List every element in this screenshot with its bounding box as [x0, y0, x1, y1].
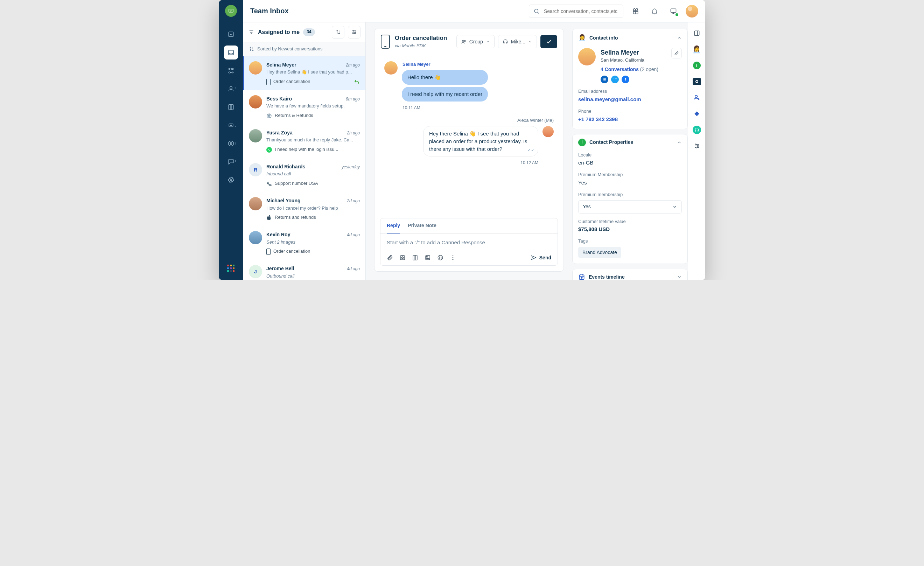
conversation-preview: Hey there Selina 👋 I see that you had p.… — [266, 69, 360, 76]
svg-point-16 — [354, 32, 356, 33]
assignee-dropdown[interactable]: Mike... — [498, 35, 537, 48]
conversation-preview: Thankyou so much for the reply Jake. Ca.… — [266, 137, 360, 144]
linkedin-icon[interactable]: in — [601, 76, 608, 83]
phone-channel-icon — [266, 181, 272, 186]
conversation-topic: Support number USA — [275, 180, 318, 187]
mobile-device-icon — [381, 35, 390, 49]
conversation-item[interactable]: R Ronald Richards yesterday Inbound call… — [243, 158, 365, 192]
canned-icon[interactable] — [399, 254, 406, 261]
nav-chat[interactable]: ⋮ — [224, 155, 238, 169]
contact-properties-card: i Contact Properties Locale en-GB Premiu… — [572, 134, 688, 264]
article-icon[interactable] — [412, 254, 418, 261]
twitter-icon[interactable] — [611, 76, 619, 83]
resolve-button[interactable] — [540, 35, 557, 48]
nav-billing[interactable]: ⋮ — [224, 137, 238, 150]
util-diamond-icon[interactable] — [692, 108, 702, 119]
util-contact-icon[interactable]: 👩‍💼 — [692, 44, 702, 55]
svg-point-25 — [439, 257, 440, 258]
events-timeline-header[interactable]: Events timeline — [573, 269, 687, 280]
user-avatar[interactable] — [686, 5, 698, 18]
nav-flows[interactable] — [224, 64, 238, 78]
conversation-time: 4d ago — [347, 232, 360, 238]
search-input[interactable] — [543, 8, 619, 14]
conversation-item[interactable]: Selina Meyer 2m ago Hey there Selina 👋 I… — [243, 56, 365, 90]
svg-point-33 — [695, 95, 698, 98]
svg-rect-32 — [694, 31, 699, 35]
brand-logo[interactable] — [225, 5, 237, 17]
svg-rect-22 — [426, 255, 430, 260]
svg-point-27 — [453, 255, 454, 256]
contact-name: Selina Meyer — [266, 61, 297, 68]
search-input-wrap[interactable] — [529, 5, 623, 18]
conversation-info: Support number USA — [266, 180, 360, 187]
calendar-icon — [578, 273, 585, 280]
edit-contact-button[interactable] — [671, 48, 682, 59]
primary-nav: ⋮ ⋮ ⋮ ⋮ — [219, 0, 243, 280]
conversation-topic: Order cancellation — [273, 78, 310, 85]
conversation-time: 2h ago — [347, 130, 360, 136]
more-icon[interactable] — [450, 254, 456, 261]
svg-point-23 — [426, 256, 428, 257]
tab-private-note[interactable]: Private Note — [408, 222, 436, 233]
emoji-icon[interactable] — [437, 254, 444, 261]
desktop-status-icon[interactable] — [667, 5, 680, 18]
sort-indicator[interactable]: Sorted by Newest conversations — [243, 42, 365, 56]
contact-panel: 👩‍💼 Contact info Selina Meyer San Mateo,… — [572, 23, 688, 280]
util-add-contact-icon[interactable] — [692, 92, 702, 103]
message-thread: Selina Meyer Hello there 👋 I need help w… — [375, 54, 564, 218]
conversation-item[interactable]: J Jerome Bell 4d ago Outbound call — [243, 260, 365, 280]
sort-button[interactable] — [332, 26, 344, 39]
conversations-link[interactable]: 4 Conversations (2 open) — [601, 66, 658, 73]
nav-inbox[interactable] — [224, 45, 238, 60]
chevron-down-icon — [486, 39, 490, 44]
contact-info-card: 👩‍💼 Contact info Selina Meyer San Mateo,… — [572, 29, 688, 129]
contact-email[interactable]: selina.meyer@gmail.com — [578, 96, 682, 103]
image-icon[interactable] — [424, 254, 431, 261]
conversation-view: Order cancellation via Mobile SDK Group — [366, 23, 572, 280]
nav-knowledge[interactable] — [224, 100, 238, 114]
util-info-icon[interactable]: i — [692, 60, 702, 71]
composer-input[interactable]: Start with a "/" to add a Canned Respons… — [381, 234, 558, 251]
conversation-item[interactable]: Kevin Roy 4d ago Sent 2 images Order can… — [243, 226, 365, 260]
clv-value: $75,808 USD — [578, 225, 682, 233]
contact-info-header[interactable]: 👩‍💼 Contact info — [573, 29, 687, 47]
util-sliders-icon[interactable] — [692, 141, 702, 151]
filter-settings-button[interactable] — [348, 26, 360, 39]
contact-emoji-icon: 👩‍💼 — [578, 33, 586, 42]
contact-properties-header[interactable]: i Contact Properties — [573, 134, 687, 150]
nav-dashboard[interactable] — [224, 27, 238, 41]
contact-avatar — [249, 231, 262, 244]
contact-phone[interactable]: +1 782 342 2398 — [578, 116, 682, 123]
conversation-time: 2m ago — [346, 62, 360, 68]
conversation-title: Order cancellation — [395, 34, 447, 43]
nav-apps[interactable] — [227, 265, 235, 272]
group-dropdown[interactable]: Group — [456, 35, 495, 48]
conversation-item[interactable]: Bess Kairo 8m ago We have a few mandator… — [243, 90, 365, 124]
page-title: Team Inbox — [250, 6, 289, 16]
svg-rect-4 — [232, 68, 234, 69]
conversation-info: Returns and refunds — [266, 214, 360, 221]
send-button[interactable]: Send — [531, 254, 551, 261]
tab-reply[interactable]: Reply — [387, 222, 400, 233]
app-frame: ⋮ ⋮ ⋮ ⋮ Team Inbox — [219, 0, 705, 280]
attach-icon[interactable] — [387, 254, 393, 261]
gift-icon[interactable] — [629, 5, 642, 18]
chevron-down-icon — [677, 275, 682, 279]
util-camera-icon[interactable] — [692, 76, 702, 87]
svg-point-3 — [232, 72, 233, 73]
conversation-item[interactable]: Michael Young 2d ago How do I cancel my … — [243, 192, 365, 226]
nav-bots[interactable]: ⋮ — [224, 118, 238, 132]
contact-avatar: R — [249, 163, 262, 176]
conversation-item[interactable]: Yusra Zoya 2h ago Thankyou so much for t… — [243, 124, 365, 158]
util-headset-icon[interactable] — [692, 125, 702, 135]
tag-chip[interactable]: Brand Advocate — [578, 247, 621, 258]
nav-settings[interactable] — [224, 173, 238, 187]
web-channel-icon — [266, 113, 272, 119]
expand-panel-icon[interactable] — [692, 28, 702, 39]
filter-label[interactable]: Assigned to me 34 — [258, 28, 315, 36]
contact-avatar — [249, 61, 262, 75]
bell-icon[interactable] — [648, 5, 661, 18]
premium-select[interactable]: Yes — [578, 200, 682, 213]
nav-contacts[interactable]: ⋮ — [224, 82, 238, 96]
facebook-icon[interactable]: f — [622, 76, 629, 83]
